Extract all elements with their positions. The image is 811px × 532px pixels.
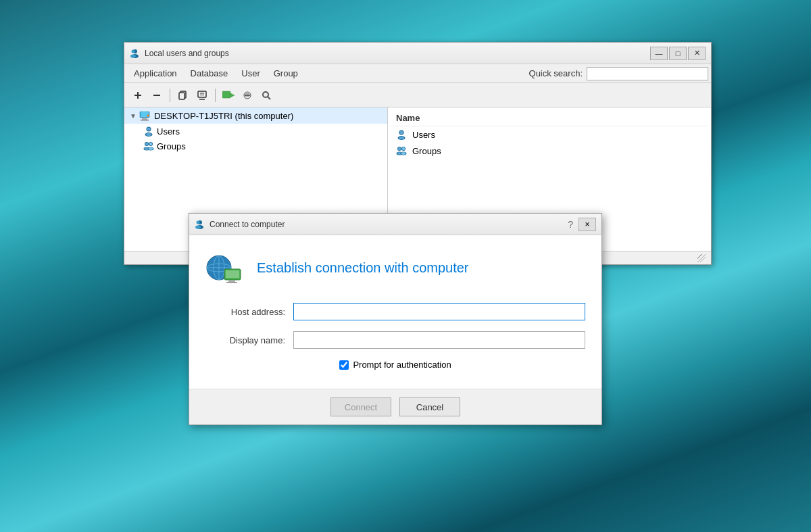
computer-icon	[139, 110, 151, 121]
svg-point-25	[147, 115, 149, 116]
dialog-title-text: Connect to computer	[210, 220, 285, 229]
close-button[interactable]: ✕	[688, 47, 706, 60]
main-window-titlebar: Local users and groups — □ ✕	[124, 43, 711, 64]
svg-point-51	[197, 220, 200, 224]
menu-user[interactable]: User	[235, 66, 266, 80]
dialog-icon	[205, 249, 243, 287]
svg-rect-61	[228, 281, 235, 282]
copy-button[interactable]	[175, 87, 191, 103]
prompt-auth-checkbox[interactable]	[339, 360, 349, 370]
right-panel-header: Name	[391, 110, 708, 126]
right-group-icon	[396, 145, 407, 156]
svg-marker-14	[230, 93, 235, 97]
titlebar-left: Local users and groups	[130, 48, 229, 59]
host-address-label: Host address:	[205, 307, 293, 317]
dialog-main-heading: Establish connection with computer	[257, 260, 469, 276]
tree-item-users[interactable]: Users	[124, 124, 387, 139]
svg-point-32	[145, 143, 148, 145]
svg-rect-60	[226, 270, 239, 278]
svg-rect-13	[222, 91, 230, 98]
menu-group[interactable]: Group	[267, 66, 305, 80]
svg-rect-8	[179, 93, 185, 99]
svg-point-18	[263, 92, 268, 97]
display-name-input[interactable]	[293, 331, 585, 349]
svg-point-40	[400, 131, 403, 135]
svg-line-19	[268, 97, 270, 99]
menu-application[interactable]: Application	[127, 66, 184, 80]
dialog-content: Establish connection with computer Host …	[189, 235, 601, 389]
svg-point-49	[401, 152, 406, 155]
connect-dialog: Connect to computer ? ×	[189, 213, 602, 425]
svg-point-44	[398, 147, 401, 150]
dialog-help-button[interactable]: ?	[565, 219, 576, 230]
add-button[interactable]	[130, 87, 146, 103]
group-icon	[143, 141, 154, 151]
right-item-groups[interactable]: Groups	[391, 143, 708, 159]
connect-button[interactable]: Connect	[330, 397, 391, 416]
right-item-users[interactable]: Users	[391, 126, 708, 143]
main-window-title: Local users and groups	[145, 49, 229, 58]
svg-rect-62	[226, 282, 237, 283]
right-groups-label: Groups	[412, 146, 441, 156]
dialog-title-controls: ? ×	[565, 218, 596, 231]
dialog-titlebar: Connect to computer ? ×	[189, 214, 601, 235]
dialog-footer: Connect Cancel	[189, 389, 601, 425]
svg-point-41	[399, 137, 404, 139]
remove-button[interactable]	[149, 87, 165, 103]
minimize-button[interactable]: —	[650, 47, 668, 60]
titlebar-controls: — □ ✕	[650, 47, 706, 60]
svg-point-48	[402, 147, 405, 150]
svg-point-29	[146, 133, 151, 136]
quick-search-label: Quick search:	[529, 68, 583, 78]
app-icon	[130, 48, 141, 59]
svg-rect-21	[142, 118, 147, 120]
display-name-row: Display name:	[205, 331, 585, 349]
quick-search-input[interactable]	[587, 67, 708, 80]
toolbar	[124, 83, 711, 107]
resize-handle[interactable]	[697, 254, 706, 262]
dialog-title-left: Connect to computer	[195, 219, 285, 230]
host-address-row: Host address:	[205, 303, 585, 320]
edit-button[interactable]	[194, 87, 210, 103]
cancel-button[interactable]: Cancel	[399, 397, 460, 416]
svg-rect-22	[141, 120, 149, 121]
navigate-button[interactable]	[220, 87, 237, 103]
svg-point-53	[195, 225, 201, 228]
host-address-input[interactable]	[293, 303, 585, 320]
menu-bar: Application Database User Group Quick se…	[124, 64, 711, 83]
quick-search-area: Quick search:	[529, 67, 708, 80]
dialog-app-icon	[195, 219, 205, 230]
tree-item-groups[interactable]: Groups	[124, 139, 387, 153]
toolbar-separator-2	[215, 89, 216, 102]
right-users-label: Users	[412, 130, 435, 140]
svg-point-37	[149, 147, 153, 150]
tree-users-label: Users	[157, 126, 180, 137]
tree-root-label: DESKTOP-T1J5TRI (this computer)	[154, 111, 293, 121]
svg-point-28	[147, 128, 151, 131]
dialog-close-button[interactable]: ×	[579, 218, 596, 231]
tree-root-item[interactable]: ▼ DESKTOP-T1J5TRI (this computer)	[124, 107, 387, 124]
user-icon	[143, 126, 154, 137]
dialog-header-row: Establish connection with computer	[205, 249, 585, 287]
prompt-auth-label[interactable]: Prompt for authentication	[353, 360, 451, 370]
expand-arrow: ▼	[130, 112, 137, 120]
auth-checkbox-row: Prompt for authentication	[205, 360, 585, 370]
svg-rect-9	[198, 91, 206, 97]
toolbar-separator-1	[170, 89, 170, 102]
maximize-button[interactable]: □	[669, 47, 687, 60]
search-button[interactable]	[258, 87, 274, 103]
svg-point-36	[149, 143, 152, 145]
right-user-icon	[396, 129, 407, 140]
svg-rect-17	[245, 95, 250, 96]
svg-point-3	[130, 54, 136, 57]
tree-groups-label: Groups	[157, 141, 186, 151]
svg-point-1	[132, 49, 135, 53]
display-name-label: Display name:	[205, 335, 293, 345]
menu-database[interactable]: Database	[184, 66, 235, 80]
refresh-button[interactable]	[239, 87, 255, 103]
